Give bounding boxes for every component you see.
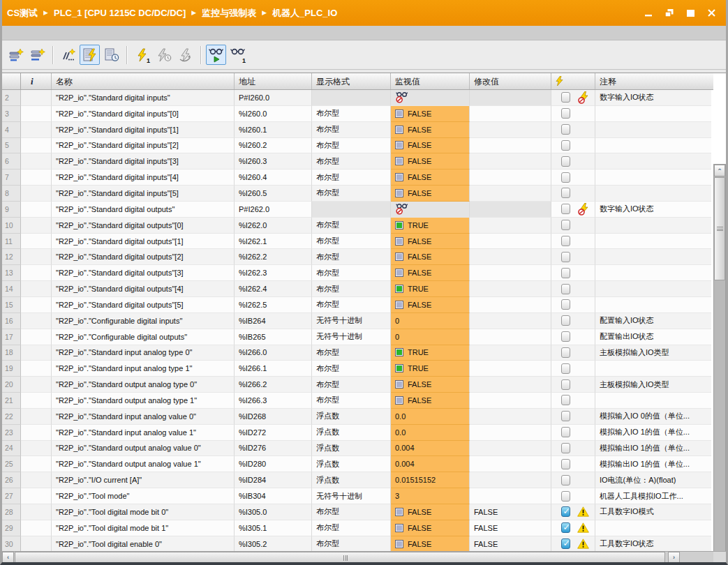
row-number[interactable]: 7 [2, 170, 21, 186]
comment-cell[interactable] [595, 297, 711, 313]
insert-comment-row-button[interactable] [58, 45, 78, 65]
modify-enable-checkbox[interactable] [561, 395, 570, 405]
header-format[interactable]: 显示格式 [312, 73, 391, 89]
modify-enable-checkbox[interactable] [561, 92, 570, 103]
modify-value-cell[interactable] [470, 345, 551, 361]
display-format-cell[interactable]: 布尔型 [312, 249, 391, 265]
tag-name-cell[interactable]: "R2P_io"."Configurable digital inputs" [52, 313, 235, 329]
tag-name-cell[interactable]: "R2P_io"."I/O current [A]" [52, 472, 235, 488]
scroll-up-icon[interactable]: ⌃ [714, 165, 725, 176]
address-cell[interactable]: %I305.2 [235, 536, 312, 552]
header-modify-enable[interactable] [551, 73, 595, 89]
row-number[interactable]: 8 [2, 186, 21, 202]
row-number[interactable]: 26 [2, 472, 21, 488]
modify-enable-checkbox[interactable] [561, 268, 570, 278]
comment-cell[interactable]: 机器人工具模拟IO工作... [595, 488, 711, 504]
display-format-cell[interactable]: 无符号十进制 [312, 329, 391, 345]
modify-enable-checkbox[interactable] [561, 252, 570, 262]
add-row-button[interactable] [27, 45, 47, 65]
display-format-cell[interactable]: 布尔型 [312, 536, 391, 552]
scroll-right-icon[interactable]: › [668, 552, 680, 563]
float-icon[interactable] [664, 8, 675, 18]
display-format-cell[interactable]: 布尔型 [312, 122, 391, 138]
display-format-cell[interactable]: 布尔型 [312, 345, 391, 361]
tag-name-cell[interactable]: "R2P_io"."Standard input analog value 0" [52, 409, 235, 425]
display-format-cell[interactable]: 布尔型 [312, 234, 391, 250]
modify-enable-checkbox[interactable] [561, 538, 570, 549]
modify-value-cell[interactable] [470, 106, 551, 122]
address-cell[interactable]: %I260.1 [235, 122, 312, 138]
row-number[interactable]: 30 [2, 536, 21, 552]
modify-enable-checkbox[interactable] [561, 108, 570, 119]
tag-name-cell[interactable]: "R2P_io"."Standard digital outputs"[2] [52, 249, 235, 265]
display-format-cell[interactable]: 浮点数 [312, 472, 391, 488]
address-cell[interactable]: %I260.4 [235, 170, 312, 186]
modify-value-cell[interactable] [470, 170, 551, 186]
modify-enable-checkbox[interactable] [561, 363, 570, 374]
row-number[interactable]: 2 [2, 90, 21, 106]
modify-enable-checkbox[interactable] [561, 491, 570, 502]
tag-name-cell[interactable]: "R2P_io"."Standard input analog value 1" [52, 425, 235, 441]
modify-value-cell[interactable] [470, 456, 551, 472]
breadcrumb-watch-tables[interactable]: 监控与强制表 [202, 7, 256, 20]
modify-value-cell[interactable] [470, 329, 551, 345]
address-cell[interactable]: %I262.2 [235, 249, 312, 265]
modify-enable-checkbox[interactable] [561, 506, 570, 517]
display-format-cell[interactable]: 布尔型 [312, 138, 391, 154]
modify-enable-checkbox[interactable] [561, 236, 570, 246]
row-number[interactable]: 23 [2, 425, 21, 441]
tag-name-cell[interactable]: "R2P_io"."Configurable digital outputs" [52, 329, 235, 345]
display-format-cell[interactable] [312, 90, 391, 106]
modify-value-cell[interactable] [470, 281, 551, 297]
modify-value-cell[interactable] [470, 409, 551, 425]
modify-enable-checkbox[interactable] [561, 379, 570, 390]
modify-with-trigger-button[interactable] [154, 45, 174, 65]
comment-cell[interactable] [595, 520, 711, 536]
comment-cell[interactable]: 数字输入IO状态 [595, 202, 711, 218]
comment-cell[interactable] [595, 170, 711, 186]
tag-name-cell[interactable]: "R2P_io"."Standard digital inputs"[2] [52, 138, 235, 154]
address-cell[interactable]: %IB264 [235, 313, 312, 329]
comment-cell[interactable] [595, 265, 711, 281]
breadcrumb-table-name[interactable]: 机器人_PLC_IO [272, 7, 337, 20]
modify-value-cell[interactable] [470, 472, 551, 488]
modify-once-button[interactable]: 1 [132, 45, 152, 65]
address-cell[interactable]: %IB304 [235, 488, 312, 504]
tag-name-cell[interactable]: "R2P_io"."Standard digital outputs"[0] [52, 218, 235, 234]
comment-cell[interactable]: 模拟输出IO 1的值（单位... [595, 441, 711, 457]
modify-value-cell[interactable]: FALSE [470, 520, 551, 536]
address-cell[interactable]: %I262.4 [235, 281, 312, 297]
display-format-cell[interactable]: 无符号十进制 [312, 313, 391, 329]
row-number[interactable]: 16 [2, 313, 21, 329]
tag-name-cell[interactable]: "R2P_io"."Standard input analog type 0" [52, 345, 235, 361]
modify-enable-checkbox[interactable] [561, 220, 570, 230]
comment-cell[interactable] [595, 186, 711, 202]
comment-cell[interactable] [595, 153, 711, 170]
tag-name-cell[interactable]: "R2P_io"."Standard digital inputs"[5] [52, 186, 235, 202]
address-cell[interactable]: %I266.0 [235, 345, 312, 361]
row-number[interactable]: 19 [2, 361, 21, 377]
modify-value-cell[interactable] [470, 393, 551, 409]
modify-enable-checkbox[interactable] [561, 411, 570, 421]
tag-name-cell[interactable]: "R2P_io"."Standard input analog type 1" [52, 361, 235, 377]
breadcrumb-project[interactable]: CS测试 [7, 7, 38, 20]
monitor-all-button[interactable] [80, 45, 100, 65]
modify-value-cell[interactable] [470, 361, 551, 377]
address-cell[interactable]: %IB265 [235, 329, 312, 345]
modify-value-cell[interactable] [470, 249, 551, 265]
monitor-once-button[interactable] [101, 45, 121, 65]
modify-value-cell[interactable]: FALSE [470, 504, 551, 520]
row-number[interactable]: 20 [2, 377, 21, 393]
tag-name-cell[interactable]: "R2P_io"."Standard digital inputs" [52, 90, 235, 106]
row-number[interactable]: 25 [2, 456, 21, 472]
display-format-cell[interactable]: 布尔型 [312, 281, 391, 297]
display-format-cell[interactable]: 布尔型 [312, 106, 391, 122]
address-cell[interactable]: %ID284 [235, 472, 312, 488]
display-format-cell[interactable]: 布尔型 [312, 186, 391, 202]
insert-row-button[interactable] [6, 45, 26, 65]
display-format-cell[interactable]: 布尔型 [312, 153, 391, 170]
comment-cell[interactable] [595, 138, 711, 154]
comment-cell[interactable] [595, 249, 711, 265]
tag-name-cell[interactable]: "R2P_io"."Standard digital inputs"[3] [52, 153, 235, 170]
display-format-cell[interactable]: 布尔型 [312, 393, 391, 409]
